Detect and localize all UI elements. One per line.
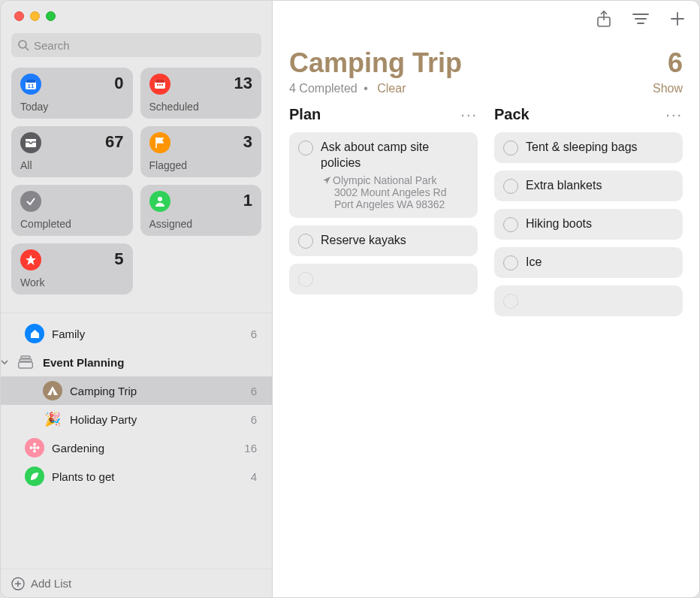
list-label: Plants to get [52,470,251,483]
house-icon [25,324,44,343]
svg-rect-7 [157,84,158,86]
toolbar [273,1,699,37]
smart-list-completed[interactable]: Completed [11,185,133,236]
task-title: Tent & sleeping bags [526,140,674,156]
task-item[interactable]: Ice [494,247,683,278]
tent-icon [43,381,62,400]
task-item[interactable]: Ask about camp site policies Olympic Nat… [289,132,478,218]
main-content: Camping Trip 6 4 Completed • Clear Show … [273,1,699,597]
smart-list-label: All [20,159,124,171]
task-columns: Plan ··· Ask about camp site policies Ol… [273,106,699,324]
list-row-gardening[interactable]: Gardening 16 [1,433,272,462]
svg-rect-8 [159,84,161,86]
search-input[interactable]: Search [11,33,261,57]
smart-list-flagged[interactable]: 3 Flagged [140,126,262,177]
new-task-placeholder[interactable] [494,285,683,316]
list-count: 6 [251,385,261,397]
task-complete-checkbox [298,272,313,287]
task-complete-checkbox[interactable] [503,255,518,270]
svg-point-15 [33,446,36,449]
task-complete-checkbox [503,294,518,309]
column-plan: Plan ··· Ask about camp site policies Ol… [289,106,478,324]
completed-count-label: 4 Completed [289,82,358,95]
smart-list-work[interactable]: 5 Work [11,243,133,294]
smart-list-count: 3 [243,132,252,152]
title-row: Camping Trip 6 [273,37,699,79]
svg-point-16 [33,443,36,446]
smart-list-label: Scheduled [149,101,253,113]
smart-list-assigned[interactable]: 1 Assigned [140,185,262,236]
list-count: 4 [251,470,261,483]
minimize-window-button[interactable] [30,11,40,21]
location-address-2: Port Angeles WA 98362 [322,198,469,210]
list-row-camping-trip[interactable]: Camping Trip 6 [1,376,272,405]
list-label: Holiday Party [70,413,251,426]
smart-list-today[interactable]: 11 0 Today [11,68,133,119]
my-lists-section: Family 6 Event Planning Camping Trip 6 [1,313,272,569]
task-item[interactable]: Tent & sleeping bags [494,132,683,163]
list-label: Family [52,328,251,340]
task-complete-checkbox[interactable] [298,234,313,249]
share-icon [596,10,612,28]
column-menu-button[interactable]: ··· [460,106,478,123]
svg-marker-11 [26,255,36,265]
task-item[interactable]: Reserve kayaks [289,225,478,256]
task-title: Reserve kayaks [321,233,469,249]
close-window-button[interactable] [14,11,24,21]
new-task-placeholder[interactable] [289,264,478,294]
zoom-window-button[interactable] [46,11,56,21]
smart-list-label: Flagged [149,159,253,171]
app-window: Search 11 0 Today 13 [1,1,699,597]
column-menu-button[interactable]: ··· [665,106,683,123]
list-options-icon [632,11,650,26]
list-row-holiday-party[interactable]: 🎉 Holiday Party 6 [1,405,272,433]
add-list-button[interactable]: Add List [1,569,272,597]
calendar-today-icon: 11 [20,74,41,95]
subtitle-row: 4 Completed • Clear Show [273,79,699,106]
list-row-plants[interactable]: Plants to get 4 [1,462,272,491]
list-total-count: 6 [668,47,683,79]
smart-list-scheduled[interactable]: 13 Scheduled [140,68,262,119]
task-title: Ice [526,255,674,270]
task-item[interactable]: Extra blankets [494,171,683,201]
checkmark-circle-icon [20,191,41,212]
task-complete-checkbox[interactable] [503,179,518,194]
smart-list-label: Assigned [149,218,253,230]
column-pack: Pack ··· Tent & sleeping bags Extra blan… [494,106,683,324]
list-count: 6 [251,413,261,426]
task-complete-checkbox[interactable] [298,140,313,156]
smart-list-label: Completed [20,218,124,230]
task-title: Ask about camp site policies [321,140,469,171]
task-complete-checkbox[interactable] [503,140,518,156]
show-completed-button[interactable]: Show [653,82,683,95]
share-button[interactable] [596,10,612,28]
list-row-family[interactable]: Family 6 [1,319,272,348]
list-group-event-planning[interactable]: Event Planning [1,348,272,376]
leaf-icon [25,467,44,486]
smart-list-count: 5 [114,249,123,269]
list-label: Event Planning [43,356,261,369]
svg-point-10 [158,197,162,201]
flower-icon [25,438,44,458]
list-label: Gardening [52,442,244,455]
location-address-1: 3002 Mount Angeles Rd [322,186,469,198]
clear-completed-button[interactable]: Clear [377,82,406,95]
smart-list-all[interactable]: 67 All [11,126,133,177]
task-item[interactable]: Hiking boots [494,209,683,240]
svg-rect-6 [155,80,165,83]
person-icon [149,191,170,212]
chevron-down-icon[interactable] [1,358,11,366]
svg-rect-9 [161,84,163,86]
location-arrow-icon [322,176,331,185]
svg-line-1 [26,47,29,50]
smart-list-count: 13 [234,74,252,93]
task-complete-checkbox[interactable] [503,217,518,232]
task-location: Olympic National Park 3002 Mount Angeles… [321,174,469,210]
sidebar: Search 11 0 Today 13 [1,1,273,597]
view-options-button[interactable] [632,11,650,26]
task-title: Extra blankets [526,178,674,194]
list-stack-icon [16,355,35,369]
svg-point-18 [30,446,33,449]
new-reminder-button[interactable] [669,11,686,27]
window-controls [1,1,272,29]
